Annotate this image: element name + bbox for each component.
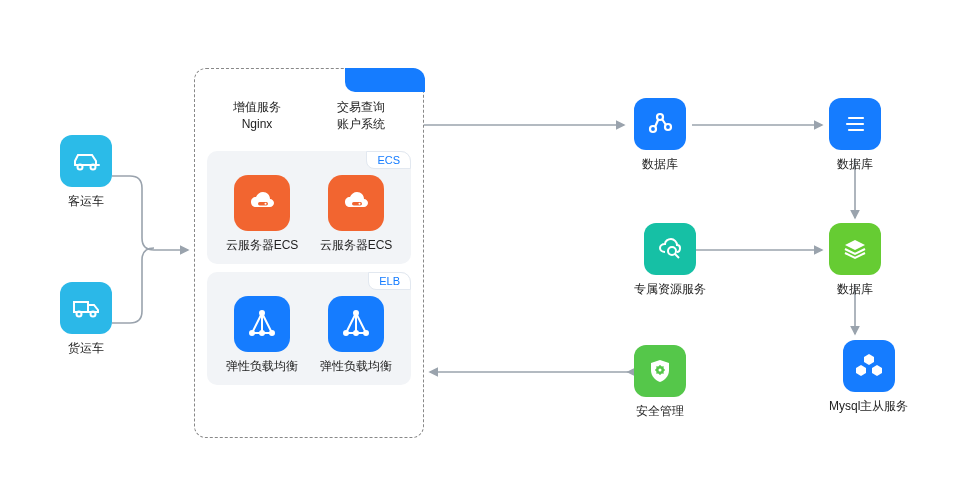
- node-truck: 货运车: [60, 282, 112, 357]
- connectors: [0, 0, 960, 500]
- svg-point-3: [77, 312, 82, 317]
- node-truck-label: 货运车: [68, 340, 104, 357]
- main-subtab-left: 增值服务 Nginx: [233, 99, 281, 133]
- ecs-badge: ECS: [366, 151, 411, 169]
- svg-point-4: [91, 312, 96, 317]
- svg-line-26: [675, 254, 679, 258]
- svg-rect-5: [258, 202, 268, 206]
- node-list-label: 数据库: [837, 156, 873, 173]
- list-icon: [829, 98, 881, 150]
- cloud-server-icon: [328, 175, 384, 231]
- layers-icon: [829, 223, 881, 275]
- node-share-label: 数据库: [642, 156, 678, 173]
- node-search-label: 专属资源服务: [634, 281, 706, 298]
- svg-point-0: [78, 165, 83, 170]
- main-container: 增值服务 Nginx 交易查询 账户系统 ECS 云服务器ECS 云服务器ECS: [194, 68, 424, 438]
- load-balancer-icon: [234, 296, 290, 352]
- shield-gear-icon: [634, 345, 686, 397]
- elb-item-2: 弹性负载均衡: [320, 296, 392, 375]
- cloud-search-icon: [644, 223, 696, 275]
- node-list: 数据库: [829, 98, 881, 173]
- node-share: 数据库: [634, 98, 686, 173]
- svg-point-16: [364, 331, 368, 335]
- node-hex-label: Mysql主从服务: [829, 398, 908, 415]
- svg-point-15: [344, 331, 348, 335]
- ecs-item-1: 云服务器ECS: [226, 175, 299, 254]
- node-stack-label: 数据库: [837, 281, 873, 298]
- node-car-label: 客运车: [68, 193, 104, 210]
- svg-rect-2: [74, 302, 88, 312]
- elb-card: ELB 弹性负载均衡 弹性负载均衡: [207, 272, 411, 385]
- svg-point-25: [668, 247, 676, 255]
- elb-badge: ELB: [368, 272, 411, 290]
- svg-point-32: [659, 369, 662, 372]
- node-search: 专属资源服务: [634, 223, 706, 298]
- share-icon: [634, 98, 686, 150]
- main-tab: [345, 68, 425, 92]
- ecs-item-2: 云服务器ECS: [320, 175, 393, 254]
- car-icon: [60, 135, 112, 187]
- cloud-server-icon: [234, 175, 290, 231]
- truck-icon: [60, 282, 112, 334]
- main-subtab-right: 交易查询 账户系统: [337, 99, 385, 133]
- svg-point-6: [265, 202, 267, 204]
- svg-point-8: [359, 202, 361, 204]
- svg-point-11: [270, 331, 274, 335]
- modules-icon: [843, 340, 895, 392]
- node-car: 客运车: [60, 135, 112, 210]
- ecs-card: ECS 云服务器ECS 云服务器ECS: [207, 151, 411, 264]
- node-stack: 数据库: [829, 223, 881, 298]
- node-hex: Mysql主从服务: [829, 340, 908, 415]
- load-balancer-icon: [328, 296, 384, 352]
- node-shield: 安全管理: [634, 345, 686, 420]
- svg-point-1: [91, 165, 96, 170]
- svg-rect-7: [352, 202, 362, 206]
- node-shield-label: 安全管理: [636, 403, 684, 420]
- svg-point-10: [250, 331, 254, 335]
- elb-item-1: 弹性负载均衡: [226, 296, 298, 375]
